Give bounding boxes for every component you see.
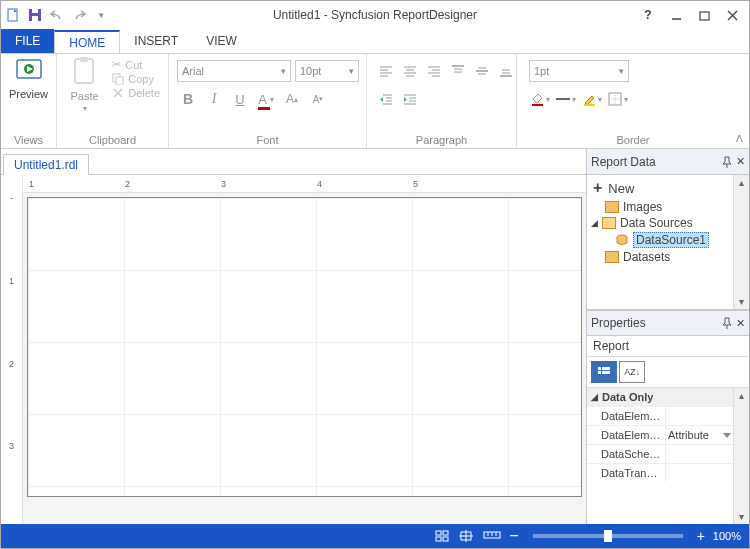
scroll-up-icon[interactable]: ▴	[739, 390, 744, 401]
tree-label: Images	[623, 200, 662, 214]
bold-button[interactable]: B	[177, 88, 199, 110]
delete-button[interactable]: Delete	[112, 87, 160, 99]
cut-button[interactable]: ✂Cut	[112, 58, 160, 71]
redo-icon[interactable]	[71, 7, 87, 23]
paste-button[interactable]: Paste ▾	[61, 56, 108, 113]
hruler-tick: 4	[317, 179, 413, 189]
tree-node-images[interactable]: Images	[589, 199, 731, 215]
prop-value[interactable]	[665, 445, 733, 463]
maximize-icon[interactable]	[697, 8, 711, 22]
tab-file[interactable]: FILE	[1, 29, 54, 53]
svg-rect-3	[32, 9, 38, 13]
property-row[interactable]: DataEleme...Attribute	[587, 425, 733, 444]
new-button[interactable]: +New	[589, 177, 731, 199]
scroll-up-icon[interactable]: ▴	[739, 177, 744, 188]
svg-rect-45	[532, 104, 543, 106]
prop-value[interactable]	[665, 464, 733, 482]
grow-font-button[interactable]: A▴	[281, 88, 303, 110]
align-center-button[interactable]	[399, 60, 421, 82]
shrink-font-button[interactable]: A▾	[307, 88, 329, 110]
close-panel-icon[interactable]: ✕	[736, 155, 745, 168]
save-icon[interactable]	[27, 7, 43, 23]
collapse-ribbon-icon[interactable]: ᐱ	[736, 133, 743, 144]
italic-button[interactable]: I	[203, 88, 225, 110]
chevron-down-icon[interactable]	[723, 433, 731, 438]
tab-view[interactable]: VIEW	[192, 29, 251, 53]
border-color-button[interactable]: ▾	[581, 88, 603, 110]
property-grid[interactable]: ◢Data Only DataEleme... DataEleme...Attr…	[587, 388, 733, 524]
zoom-value[interactable]: 100%	[713, 530, 741, 542]
outdent-button[interactable]	[375, 88, 397, 110]
close-icon[interactable]	[725, 8, 739, 22]
copy-label: Copy	[128, 73, 154, 85]
scroll-down-icon[interactable]: ▾	[739, 296, 744, 307]
border-width-combo[interactable]: 1pt▾	[529, 60, 629, 82]
align-right-button[interactable]	[423, 60, 445, 82]
help-icon[interactable]: ?	[641, 8, 655, 22]
qat-more-icon[interactable]: ▾	[93, 7, 109, 23]
align-middle-button[interactable]	[471, 60, 493, 82]
zoom-out-button[interactable]: −	[509, 527, 518, 545]
font-color-button[interactable]: A▾	[255, 88, 277, 110]
tree-node-datasets[interactable]: Datasets	[589, 249, 731, 265]
tree-node-datasource1[interactable]: DataSource1	[589, 231, 731, 249]
scroll-down-icon[interactable]: ▾	[739, 511, 744, 522]
fill-color-button[interactable]: ▾	[529, 88, 551, 110]
paste-icon	[71, 56, 99, 88]
property-category[interactable]: ◢Data Only	[587, 388, 733, 406]
borders-button[interactable]: ▾	[607, 88, 629, 110]
borders-icon	[608, 92, 622, 106]
scrollbar[interactable]: ▴▾	[733, 175, 749, 309]
align-bottom-button[interactable]	[495, 60, 517, 82]
underline-button[interactable]: U	[229, 88, 251, 110]
folder-icon	[605, 251, 619, 263]
report-data-tree[interactable]: +New Images ◢Data Sources DataSource1 Da…	[587, 175, 733, 309]
prop-value[interactable]: Attribute	[665, 426, 733, 444]
border-style-button[interactable]: ▾	[555, 88, 577, 110]
prop-value[interactable]	[665, 407, 733, 425]
report-page[interactable]	[27, 197, 582, 497]
new-doc-icon[interactable]	[5, 7, 21, 23]
workspace: Untitled1.rdl - 1 2 3 1 2 3 4 5	[1, 149, 749, 524]
categorized-button[interactable]	[591, 361, 617, 383]
indent-button[interactable]	[399, 88, 421, 110]
align-left-button[interactable]	[375, 60, 397, 82]
vertical-ruler: - 1 2 3	[1, 175, 23, 524]
ruler-view-icon[interactable]	[483, 530, 501, 542]
close-panel-icon[interactable]: ✕	[736, 317, 745, 330]
svg-rect-47	[584, 104, 595, 106]
pin-icon[interactable]	[722, 317, 732, 329]
grid-view-icon[interactable]	[435, 530, 449, 542]
minimize-icon[interactable]	[669, 8, 683, 22]
copy-button[interactable]: Copy	[112, 73, 160, 85]
paste-label: Paste	[71, 90, 99, 102]
zoom-thumb[interactable]	[604, 530, 612, 542]
hruler-tick: 5	[413, 179, 509, 189]
zoom-slider[interactable]	[533, 534, 683, 538]
folder-open-icon	[602, 217, 616, 229]
group-paragraph-label: Paragraph	[371, 132, 512, 148]
pin-icon[interactable]	[722, 156, 732, 168]
zoom-in-button[interactable]: +	[697, 528, 705, 544]
font-family-combo[interactable]: Arial▾	[177, 60, 291, 82]
snap-view-icon[interactable]	[459, 530, 473, 542]
font-size-combo[interactable]: 10pt▾	[295, 60, 359, 82]
alphabetical-button[interactable]: AZ↓	[619, 361, 645, 383]
property-row[interactable]: DataEleme...	[587, 406, 733, 425]
align-top-button[interactable]	[447, 60, 469, 82]
tab-home[interactable]: HOME	[54, 30, 120, 54]
preview-button[interactable]: Preview	[5, 56, 52, 100]
property-row[interactable]: DataTransf...	[587, 463, 733, 482]
svg-rect-59	[443, 537, 448, 541]
collapse-icon[interactable]: ◢	[591, 392, 598, 402]
document-tab[interactable]: Untitled1.rdl	[3, 154, 89, 175]
tab-insert[interactable]: INSERT	[120, 29, 192, 53]
design-surface[interactable]: - 1 2 3 1 2 3 4 5	[1, 175, 586, 524]
prop-name: DataTransf...	[587, 464, 665, 482]
undo-icon[interactable]	[49, 7, 65, 23]
property-row[interactable]: DataSchema	[587, 444, 733, 463]
tree-node-datasources[interactable]: ◢Data Sources	[589, 215, 731, 231]
scrollbar[interactable]: ▴▾	[733, 388, 749, 524]
expand-icon[interactable]: ◢	[591, 218, 598, 228]
group-border-label: Border	[521, 132, 745, 148]
